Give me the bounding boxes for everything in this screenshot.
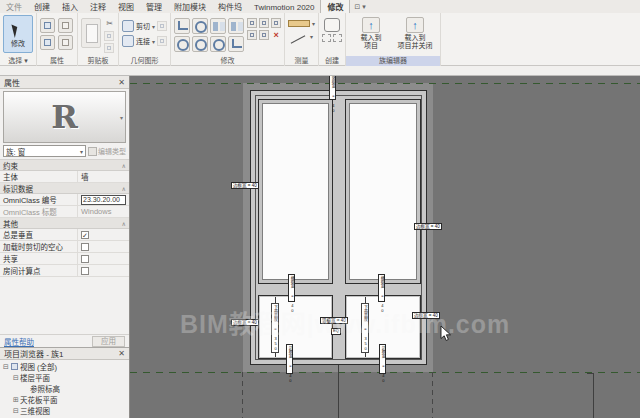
properties-help-link[interactable]: 属性帮助 (4, 336, 34, 347)
join-geometry-button[interactable]: 连接 ▾ (122, 35, 167, 47)
sash-upper-left[interactable] (258, 99, 333, 284)
tab-create[interactable]: 创建 (28, 0, 56, 13)
copy-icon[interactable] (104, 31, 114, 41)
tab-annotate[interactable]: 注释 (84, 0, 112, 13)
paint-icon[interactable] (157, 36, 167, 46)
shared-checkbox[interactable] (81, 255, 89, 263)
reference-plane-left[interactable] (242, 372, 243, 418)
drawing-area[interactable]: 下亮高度 = 350 下亮高度 = 350 竖梃宽 = 40 边框宽 = 40 … (130, 76, 640, 418)
pin-icon[interactable] (271, 18, 281, 28)
delete-icon[interactable]: × (271, 30, 281, 40)
cut-dropdown-icon[interactable]: ▾ (152, 23, 155, 30)
family-types-icon[interactable] (58, 35, 73, 50)
measure-icon[interactable] (288, 31, 308, 41)
tree-item-ref-level[interactable]: 参照标高 (0, 383, 129, 394)
property-row-shared[interactable]: 共享 (0, 253, 129, 265)
panel-select-label[interactable]: 选择 ▾ (0, 56, 36, 66)
expander-icon[interactable]: ⊞ (12, 396, 20, 404)
mirror-axis-icon[interactable] (210, 18, 226, 34)
scale-icon[interactable] (247, 30, 257, 40)
cut-icon[interactable]: ✂ (104, 19, 115, 29)
edit-type-button[interactable]: 编辑类型 (88, 146, 126, 156)
tab-twinmotion[interactable]: Twinmotion 2020 (248, 1, 320, 13)
properties-palette-icon[interactable] (40, 35, 55, 50)
assembly-icon[interactable] (333, 34, 342, 42)
panel-measure-label[interactable]: 测量 (285, 56, 318, 66)
tab-file[interactable]: 文件 (0, 0, 28, 13)
tree-item-3d-views[interactable]: ⊟ 三维视图 (0, 405, 129, 416)
type-properties-icon[interactable] (40, 18, 55, 33)
expander-icon[interactable]: ⊟ (12, 374, 20, 382)
tag-top-mullion[interactable]: 竖梃宽 = 40 (329, 76, 336, 100)
modify-select-button[interactable]: 修改 (3, 15, 33, 53)
paste-icon[interactable] (81, 18, 101, 48)
property-row-always-vertical[interactable]: 总是垂直 (0, 229, 129, 241)
panel-clipboard-label[interactable]: 剪贴板 (78, 56, 118, 66)
tag-right-frame[interactable]: 边框宽 = 40 (414, 223, 442, 230)
tab-modify[interactable]: 修改 (320, 0, 350, 13)
copy-modify-icon[interactable] (192, 36, 208, 52)
move-icon[interactable] (174, 36, 190, 52)
room-calc-point-checkbox[interactable] (81, 267, 89, 275)
property-row-room-calc-point[interactable]: 房间计算点 (0, 265, 129, 277)
tab-manage[interactable]: 管理 (140, 0, 168, 13)
split-icon[interactable] (247, 18, 257, 28)
tab-component-dock[interactable]: 构件坞 (212, 0, 248, 13)
glass-upper-right[interactable] (349, 103, 417, 280)
trim-icon[interactable] (228, 36, 244, 52)
omniclass-number-field[interactable]: 23.30.20.00 (81, 195, 126, 205)
group-header-other[interactable]: 其他 ∧ (0, 218, 129, 229)
always-vertical-checkbox[interactable] (81, 231, 89, 239)
collapse-chevron-icon[interactable]: ∧ (122, 162, 126, 169)
tab-addins[interactable]: 附加模块 (168, 0, 212, 13)
unpin-icon[interactable] (259, 30, 269, 40)
offset-icon[interactable] (192, 18, 208, 34)
reference-plane-right[interactable] (432, 372, 433, 418)
create-group-icon[interactable] (324, 18, 340, 32)
apply-button[interactable]: 应用 (92, 336, 125, 347)
align-icon[interactable] (174, 18, 190, 34)
property-row-cut-voids[interactable]: 加载时剪切的空心 (0, 241, 129, 253)
mirror-draw-icon[interactable] (228, 18, 244, 34)
tree-item-floor-plans[interactable]: ⊟ 楼层平面 (0, 372, 129, 383)
tab-insert[interactable]: 插入 (56, 0, 84, 13)
panel-family-editor-label[interactable]: 族编辑器 (346, 56, 440, 66)
center-reference-line[interactable] (338, 364, 339, 418)
tag-rail-left[interactable]: 横梃宽 = 40 (288, 274, 295, 302)
panel-modify-label[interactable]: 修改 (171, 56, 284, 66)
cut-voids-checkbox[interactable] (81, 243, 89, 251)
glass-upper-left[interactable] (262, 103, 329, 280)
tree-item-views-all[interactable]: ⊟ 视图 (全部) (0, 361, 129, 372)
host-value[interactable]: 墙 (78, 171, 129, 182)
match-type-icon[interactable] (104, 43, 114, 53)
load-into-project-button[interactable]: ↑ 载入到 项目 (351, 17, 391, 55)
measure-dropdown-icon[interactable]: ▾ (310, 33, 313, 40)
array-icon[interactable] (259, 18, 269, 28)
sash-upper-right[interactable] (345, 99, 421, 284)
property-row-omniclass-title[interactable]: OmniClass 标题 Windows (0, 206, 129, 218)
load-into-project-close-button[interactable]: ↑ 载入到 项目并关闭 (395, 17, 435, 55)
similar-icon[interactable] (322, 34, 331, 42)
family-category-icon[interactable] (58, 18, 73, 33)
panel-create-label[interactable]: 创建 (319, 56, 345, 66)
property-row-host[interactable]: 主体 墙 (0, 171, 129, 183)
dimension-dropdown-icon[interactable]: ▾ (312, 20, 315, 27)
collapse-chevron-icon[interactable]: ∧ (122, 220, 126, 227)
tag-left-frame[interactable]: 边框宽 = 40 (231, 182, 259, 189)
tag-bottom-right[interactable]: 边框宽 = 40 (379, 344, 386, 374)
panel-properties-label[interactable]: 属性 (37, 56, 77, 66)
join-dropdown-icon[interactable]: ▾ (152, 38, 155, 45)
cut-geometry-button[interactable]: 剪切 ▾ (122, 20, 167, 32)
rotate-icon[interactable] (210, 36, 226, 52)
tree-item-ceiling-plans[interactable]: ⊞ 天花板平面 (0, 394, 129, 405)
expander-icon[interactable]: ⊟ (12, 407, 20, 415)
wall-edge-line[interactable] (593, 373, 594, 418)
panel-geometry-label[interactable]: 几何图形 (119, 56, 170, 66)
tab-view[interactable]: 视图 (112, 0, 140, 13)
tag-rail-right[interactable]: 横梃宽 = 40 (378, 274, 385, 302)
ribbon-display-toggle-icon[interactable]: ⊡ ▾ (350, 1, 369, 13)
dimension-icon[interactable] (288, 20, 310, 27)
property-row-omniclass-number[interactable]: OmniClass 编号 23.30.20.00 (0, 194, 129, 206)
expander-icon[interactable]: ⊟ (2, 363, 10, 371)
group-header-constraints[interactable]: 约束 ∧ (0, 160, 129, 171)
